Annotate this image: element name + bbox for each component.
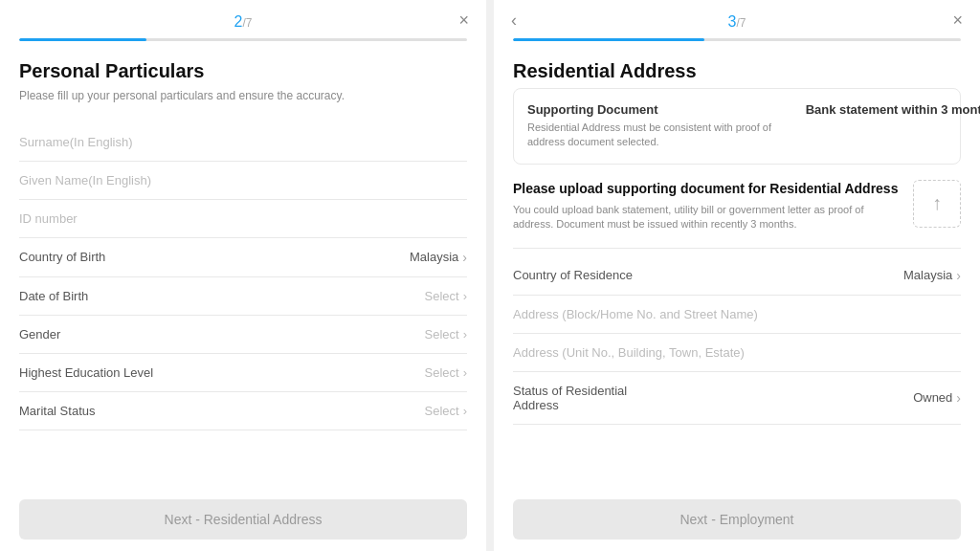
panel1-footer: Next - Residential Address <box>0 488 486 551</box>
gender-chevron-icon: › <box>463 327 467 342</box>
panel1-progress: 2 /7 <box>234 13 253 31</box>
section-divider <box>513 248 961 249</box>
panel1-progress-total: /7 <box>242 16 252 30</box>
panel2-next-button[interactable]: Next - Employment <box>513 499 961 540</box>
panel2-progress-total: /7 <box>736 16 746 30</box>
date-of-birth-select: Select › <box>425 289 467 303</box>
panel2-back-button[interactable]: ‹ <box>511 11 517 29</box>
panel1-progress-bar-container <box>0 38 486 41</box>
panel1-header: 2 /7 × <box>0 0 486 38</box>
address-line1-label: Address (Block/Home No. and Street Name) <box>513 307 758 321</box>
given-name-label: Given Name(In English) <box>19 173 151 187</box>
supporting-doc-value: Bank statement within 3 months › <box>806 102 947 117</box>
date-of-birth-chevron-icon: › <box>463 289 467 303</box>
country-of-birth-field[interactable]: Country of Birth Malaysia › <box>19 238 467 277</box>
panel2-progress-current: 3 <box>728 13 737 31</box>
panel1-content: Personal Particulars Please fill up your… <box>0 45 486 488</box>
country-of-residence-field[interactable]: Country of Residence Malaysia › <box>513 256 961 296</box>
panel2-header: ‹ 3 /7 × <box>494 0 980 38</box>
panel2-close-button[interactable]: × <box>952 11 963 29</box>
country-of-residence-value: Malaysia › <box>903 268 961 283</box>
panel2-progress-bar-track <box>513 38 961 41</box>
supporting-doc-value-text: Bank statement within 3 months <box>806 102 980 117</box>
education-chevron-icon: › <box>463 365 467 380</box>
date-of-birth-label: Date of Birth <box>19 289 88 303</box>
country-of-residence-text: Malaysia <box>903 268 952 282</box>
panel1-progress-bar-track <box>19 38 467 41</box>
surname-field[interactable]: Surname(In English) <box>19 123 467 162</box>
upload-section-title: Please upload supporting document for Re… <box>513 180 903 197</box>
residential-status-field[interactable]: Status of Residential Address Owned › <box>513 372 961 425</box>
upload-button[interactable]: ↑ <box>913 180 961 228</box>
upload-section-info: Please upload supporting document for Re… <box>513 180 903 232</box>
given-name-field[interactable]: Given Name(In English) <box>19 162 467 200</box>
panel1-next-button[interactable]: Next - Residential Address <box>19 499 467 540</box>
address-line2-field[interactable]: Address (Unit No., Building, Town, Estat… <box>513 334 961 372</box>
supporting-doc-label: Supporting Document <box>527 102 796 117</box>
address-line1-field[interactable]: Address (Block/Home No. and Street Name) <box>513 296 961 334</box>
country-of-birth-label: Country of Birth <box>19 250 105 264</box>
marital-status-chevron-icon: › <box>463 404 467 418</box>
marital-status-label: Marital Status <box>19 404 95 418</box>
panel-residential-address: ‹ 3 /7 × Residential Address Supporting … <box>494 0 980 551</box>
upload-section: Please upload supporting document for Re… <box>513 180 961 232</box>
education-select: Select › <box>425 365 467 380</box>
marital-status-field[interactable]: Marital Status Select › <box>19 392 467 430</box>
panel1-close-button[interactable]: × <box>458 11 469 29</box>
panel1-progress-current: 2 <box>234 13 243 31</box>
upload-section-desc: You could upload bank statement, utility… <box>513 203 903 232</box>
marital-status-placeholder: Select <box>425 404 459 418</box>
upload-icon: ↑ <box>932 192 942 214</box>
gender-label: Gender <box>19 327 60 342</box>
date-of-birth-placeholder: Select <box>425 289 459 303</box>
residential-status-value: Owned › <box>913 390 961 406</box>
residential-status-text: Owned <box>913 390 952 405</box>
country-of-birth-chevron-icon: › <box>462 250 467 265</box>
surname-label: Surname(In English) <box>19 135 133 149</box>
education-placeholder: Select <box>425 365 459 380</box>
panel1-title: Personal Particulars <box>19 60 467 82</box>
country-of-birth-text: Malaysia <box>410 250 458 264</box>
date-of-birth-field[interactable]: Date of Birth Select › <box>19 277 467 316</box>
panel2-title: Residential Address <box>513 60 961 82</box>
address-line2-label: Address (Unit No., Building, Town, Estat… <box>513 345 745 360</box>
panel2-progress-bar-container <box>494 38 980 41</box>
country-of-birth-value: Malaysia › <box>410 250 467 265</box>
id-number-label: ID number <box>19 211 78 226</box>
panel-personal-particulars: 2 /7 × Personal Particulars Please fill … <box>0 0 486 551</box>
country-of-residence-label: Country of Residence <box>513 268 633 282</box>
panel2-content: Residential Address Supporting Document … <box>494 45 980 488</box>
panel1-progress-bar-fill <box>19 38 146 41</box>
country-of-residence-chevron-icon: › <box>956 268 961 283</box>
panel2-progress: 3 /7 <box>728 13 746 31</box>
panel2-progress-bar-fill <box>513 38 704 41</box>
supporting-doc-desc: Residential Address must be consistent w… <box>527 121 796 150</box>
marital-status-select: Select › <box>425 404 467 418</box>
supporting-doc-info: Supporting Document Residential Address … <box>527 102 796 150</box>
gender-select: Select › <box>425 327 467 342</box>
panel1-subtitle: Please fill up your personal particulars… <box>19 88 467 104</box>
residential-status-chevron-icon: › <box>956 390 961 406</box>
education-field[interactable]: Highest Education Level Select › <box>19 354 467 392</box>
residential-status-label: Status of Residential Address <box>513 384 666 412</box>
panel2-footer: Next - Employment <box>494 488 980 551</box>
supporting-document-box[interactable]: Supporting Document Residential Address … <box>513 88 961 165</box>
gender-field[interactable]: Gender Select › <box>19 316 467 354</box>
id-number-field[interactable]: ID number <box>19 200 467 238</box>
gender-placeholder: Select <box>425 327 459 342</box>
education-label: Highest Education Level <box>19 365 153 380</box>
